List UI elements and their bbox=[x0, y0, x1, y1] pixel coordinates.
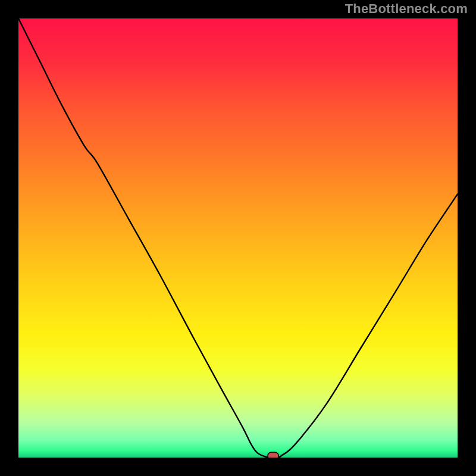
chart-container: TheBottleneck.com bbox=[0, 0, 476, 476]
plot-area bbox=[18, 18, 458, 458]
optimal-point-marker bbox=[268, 452, 278, 458]
watermark-label: TheBottleneck.com bbox=[345, 1, 468, 17]
chart-svg bbox=[18, 18, 458, 458]
bottleneck-curve bbox=[18, 18, 458, 458]
